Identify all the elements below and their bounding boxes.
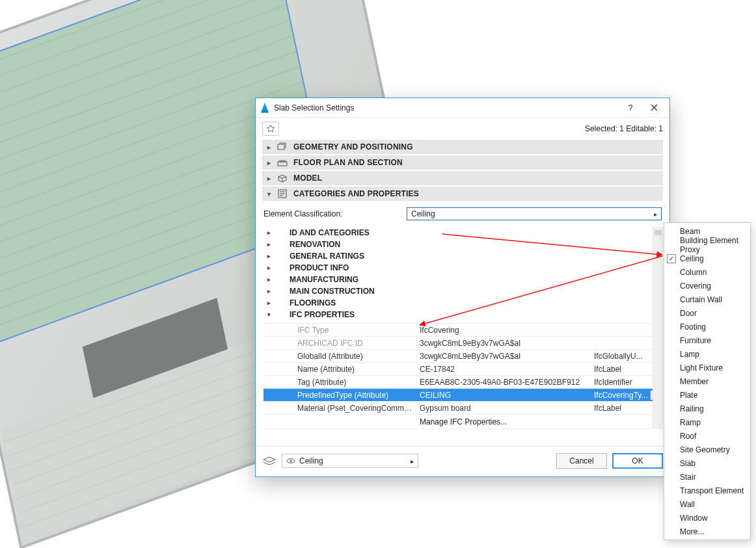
- classification-option-label: Railing: [680, 404, 704, 413]
- classification-option-label: Window: [680, 514, 708, 523]
- categories-properties-body: Element Classification: Ceiling ▸ ▸ID AN…: [262, 201, 663, 432]
- dialog-title: Slab Selection Settings: [274, 103, 619, 112]
- ifc-property-key: Name (Attribute): [263, 365, 413, 374]
- ifc-property-key: PredefinedType (Attribute): [263, 391, 413, 400]
- ifc-property-row[interactable]: Name (Attribute)CE-17842IfcLabel: [263, 363, 662, 376]
- classification-option[interactable]: Building Element Proxy: [664, 238, 750, 252]
- expand-arrow-icon: ▾: [266, 190, 273, 198]
- ifc-property-row[interactable]: Tag (Attribute)E6EAAB8C-2305-49A0-BF03-E…: [263, 376, 662, 389]
- classification-option[interactable]: Curtain Wall: [664, 293, 750, 306]
- classification-option-label: Roof: [680, 432, 696, 441]
- ifc-property-type: IfcLabel: [590, 404, 662, 413]
- ifc-property-type: IfcCoveringTy...: [590, 391, 650, 400]
- element-classification-value: Ceiling: [411, 209, 435, 218]
- classification-option[interactable]: Plate: [664, 388, 750, 402]
- classification-option[interactable]: Column: [664, 265, 750, 279]
- tree-item-floorings[interactable]: ▸FLOORINGS: [263, 297, 662, 309]
- tree-item-ifc-properties[interactable]: ▾IFC PROPERTIES: [263, 309, 662, 320]
- classification-option[interactable]: Window: [664, 511, 750, 525]
- ifc-property-row[interactable]: GlobalId (Attribute)3cwgkC8mL9eBy3v7wGA$…: [263, 350, 662, 363]
- panel-model[interactable]: ▸ MODEL: [262, 171, 663, 185]
- classification-option[interactable]: Door: [664, 306, 750, 320]
- classification-option-label: Ceiling: [680, 254, 704, 263]
- classification-option[interactable]: Stair: [664, 470, 750, 484]
- collapse-arrow-icon: ▸: [266, 175, 273, 182]
- tree-item-manufacturing[interactable]: ▸MANUFACTURING: [263, 274, 662, 285]
- collapse-arrow-icon: ▸: [266, 144, 273, 151]
- ifc-property-type: IfcLabel: [590, 365, 662, 374]
- tree-item-product-info[interactable]: ▸PRODUCT INFO: [263, 262, 662, 274]
- star-icon: [266, 124, 275, 133]
- ifc-property-key: Material (Pset_CoveringCommon): [263, 404, 413, 413]
- svg-rect-2: [278, 144, 284, 150]
- layer-dropdown[interactable]: Ceiling ▸: [282, 454, 418, 468]
- slab-selection-settings-dialog: Slab Selection Settings ? Selected: 1 Ed…: [255, 98, 670, 477]
- classification-option[interactable]: Transport Element: [664, 484, 750, 497]
- app-icon: [261, 103, 269, 113]
- classification-option-label: Covering: [680, 281, 711, 291]
- chevron-right-icon: ▸: [411, 458, 414, 465]
- classification-option[interactable]: More...: [664, 525, 750, 538]
- panel-title: MODEL: [293, 174, 322, 183]
- classification-option[interactable]: Covering: [664, 279, 750, 293]
- ifc-property-value: CE-17842: [413, 365, 590, 374]
- classification-option[interactable]: Wall: [664, 497, 750, 511]
- element-classification-label: Element Classification:: [263, 209, 400, 218]
- ifc-properties-grid: IFC TypeIfcCoveringARCHICAD IFC ID3cwgkC…: [263, 323, 662, 415]
- ifc-property-type: IfcIdentifier: [590, 378, 662, 387]
- ifc-property-key: GlobalId (Attribute): [263, 352, 413, 361]
- ifc-property-row[interactable]: PredefinedType (Attribute)CEILINGIfcCove…: [263, 389, 662, 402]
- tree-item-main-construction[interactable]: ▸MAIN CONSTRUCTION: [263, 285, 662, 297]
- titlebar: Slab Selection Settings ?: [256, 98, 669, 118]
- help-button[interactable]: ?: [619, 99, 642, 117]
- classification-option-label: Wall: [680, 500, 695, 509]
- element-classification-dropdown[interactable]: Ceiling ▸: [407, 207, 662, 220]
- panel-categories-properties[interactable]: ▾ CATEGORIES AND PROPERTIES: [262, 187, 663, 201]
- close-button[interactable]: [642, 99, 666, 117]
- ifc-property-key: ARCHICAD IFC ID: [263, 339, 413, 348]
- classification-option[interactable]: Railing: [664, 402, 750, 415]
- geometry-icon: [277, 142, 288, 151]
- ifc-property-row[interactable]: IFC TypeIfcCovering: [263, 324, 662, 337]
- classification-option[interactable]: Ramp: [664, 415, 750, 429]
- ifc-property-type: IfcGloballyU...: [590, 352, 662, 361]
- selection-status: Selected: 1 Editable: 1: [585, 124, 663, 133]
- classification-option-label: Member: [680, 377, 709, 386]
- panel-geometry-positioning[interactable]: ▸ GEOMETRY AND POSITIONING: [262, 140, 663, 154]
- tree-item-general-ratings[interactable]: ▸GENERAL RATINGS: [263, 250, 662, 262]
- classification-option-label: Site Geometry: [680, 445, 730, 454]
- panel-title: FLOOR PLAN AND SECTION: [293, 158, 403, 167]
- ifc-property-value: 3cwgkC8mL9eBy3v7wGA$aI: [413, 352, 590, 361]
- favorites-button[interactable]: [262, 122, 279, 136]
- classification-option-label: Light Fixture: [680, 363, 723, 372]
- classification-option-label: Stair: [680, 473, 696, 482]
- classification-option[interactable]: Furniture: [664, 333, 750, 347]
- classification-option[interactable]: Roof: [664, 429, 750, 443]
- ok-button[interactable]: OK: [612, 453, 663, 469]
- tree-item-renovation[interactable]: ▸RENOVATION: [263, 239, 662, 250]
- manage-ifc-properties-row[interactable]: Manage IFC Properties...: [263, 415, 662, 429]
- ifc-property-row[interactable]: ARCHICAD IFC ID3cwgkC8mL9eBy3v7wGA$aI: [263, 337, 662, 350]
- classification-option[interactable]: Lamp: [664, 347, 750, 361]
- eye-icon: [286, 456, 295, 465]
- scrollbar[interactable]: [653, 227, 663, 429]
- classification-option[interactable]: Light Fixture: [664, 361, 750, 374]
- classification-option-label: Footing: [680, 322, 706, 332]
- ifc-property-row[interactable]: Material (Pset_CoveringCommon)Gypsum boa…: [263, 402, 662, 415]
- classification-option-label: Door: [680, 309, 697, 318]
- ifc-property-value: Gypsum board: [413, 404, 590, 413]
- classification-option[interactable]: Site Geometry: [664, 443, 750, 456]
- classification-option-label: Beam: [680, 227, 700, 236]
- classification-option[interactable]: Footing: [664, 320, 750, 333]
- classification-option[interactable]: Member: [664, 374, 750, 388]
- cancel-button[interactable]: Cancel: [556, 453, 607, 469]
- classification-option-label: Plate: [680, 391, 697, 400]
- classification-option-label: More...: [680, 527, 704, 536]
- tree-item-id-categories[interactable]: ▸ID AND CATEGORIES: [263, 227, 662, 239]
- classification-option[interactable]: ✓Ceiling: [664, 252, 750, 265]
- panel-floor-plan-section[interactable]: ▸ FLOOR PLAN AND SECTION: [262, 155, 663, 170]
- classification-option[interactable]: Slab: [664, 456, 750, 470]
- collapse-arrow-icon: ▸: [266, 159, 273, 166]
- scrollbar-thumb[interactable]: [655, 230, 662, 235]
- ifc-property-value: IfcCovering: [413, 326, 590, 335]
